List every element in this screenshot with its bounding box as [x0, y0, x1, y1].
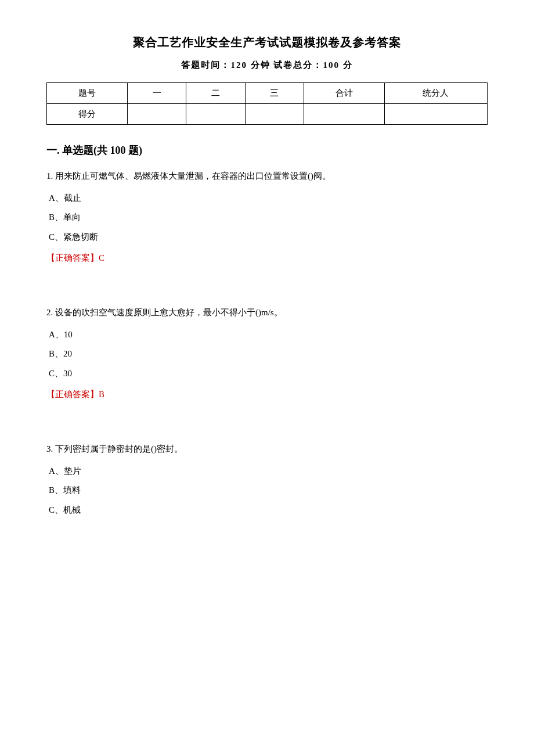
score-cell-total — [304, 104, 384, 125]
question-1-text: 1. 用来防止可燃气体、易燃液体大量泄漏，在容器的出口位置常设置()阀。 — [46, 169, 488, 184]
question-2-answer: 【正确答案】B — [46, 389, 488, 400]
score-cell-1 — [128, 104, 186, 125]
question-2: 2. 设备的吹扫空气速度原则上愈大愈好，最小不得小于()m/s。 A、10 B、… — [46, 305, 488, 400]
question-3-text: 3. 下列密封属于静密封的是()密封。 — [46, 442, 488, 457]
question-1-option-b: B、单向 — [49, 210, 488, 225]
score-table: 题号 一 二 三 合计 统分人 得分 — [46, 82, 488, 125]
question-2-option-b: B、20 — [49, 347, 488, 362]
col-header-2: 二 — [186, 83, 245, 104]
exam-info: 答题时间：120 分钟 试卷总分：100 分 — [46, 60, 488, 71]
question-3-option-a: A、垫片 — [49, 464, 488, 479]
page-title: 聚合工艺作业安全生产考试试题模拟卷及参考答案 — [46, 35, 488, 51]
question-3: 3. 下列密封属于静密封的是()密封。 A、垫片 B、填料 C、机械 — [46, 442, 488, 517]
question-1-option-a: A、截止 — [49, 191, 488, 206]
col-header-scorer: 统分人 — [384, 83, 487, 104]
question-1: 1. 用来防止可燃气体、易燃液体大量泄漏，在容器的出口位置常设置()阀。 A、截… — [46, 169, 488, 264]
section1-title: 一. 单选题(共 100 题) — [46, 143, 488, 157]
question-1-option-c: C、紧急切断 — [49, 230, 488, 245]
col-header-1: 一 — [128, 83, 186, 104]
score-cell-2 — [186, 104, 245, 125]
score-cell-3 — [245, 104, 304, 125]
score-cell-scorer — [384, 104, 487, 125]
question-2-text: 2. 设备的吹扫空气速度原则上愈大愈好，最小不得小于()m/s。 — [46, 305, 488, 321]
score-table-data-row: 得分 — [47, 104, 488, 125]
col-header-3: 三 — [245, 83, 304, 104]
col-header-total: 合计 — [304, 83, 384, 104]
question-2-option-c: C、30 — [49, 366, 488, 381]
spacer-1 — [46, 282, 488, 305]
col-header-tihao: 题号 — [47, 83, 128, 104]
question-3-option-c: C、机械 — [49, 503, 488, 518]
question-2-option-a: A、10 — [49, 327, 488, 343]
score-label: 得分 — [47, 104, 128, 125]
question-1-answer: 【正确答案】C — [46, 253, 488, 264]
spacer-2 — [46, 419, 488, 442]
question-3-option-b: B、填料 — [49, 483, 488, 498]
score-table-header-row: 题号 一 二 三 合计 统分人 — [47, 83, 488, 104]
